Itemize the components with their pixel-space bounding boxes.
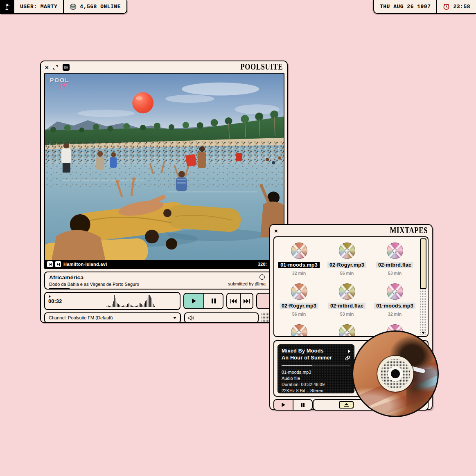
- mixtape-item[interactable]: [275, 319, 323, 337]
- mixtape-kind: Audio file: [282, 375, 350, 382]
- mixtape-item[interactable]: 02-Rogyr.mp356 min: [323, 237, 371, 278]
- pool-tv-watermark-line2: TV: [59, 82, 70, 90]
- previous-video-button[interactable]: [47, 261, 53, 267]
- cd-icon: [291, 324, 307, 337]
- waveform-bar: [139, 304, 139, 307]
- track-progress-track: [49, 288, 280, 289]
- pool-tv-watermark: POOL TV: [50, 77, 70, 89]
- mixtape-duration-label: 53 min: [388, 271, 402, 276]
- waveform-bar: [127, 304, 128, 307]
- mixtape-item[interactable]: 02-mtbrd.flac53 min: [323, 278, 371, 319]
- next-track-button[interactable]: [240, 294, 253, 308]
- mixtape-filename[interactable]: 01-moods.mp3: [278, 262, 320, 268]
- waveform-bar: [142, 305, 142, 307]
- waveform-bar: [130, 304, 130, 307]
- pause-button[interactable]: [203, 294, 223, 308]
- waveform-bar: [117, 303, 118, 307]
- waveform-bar: [124, 306, 124, 307]
- waveform-bar: [154, 306, 155, 307]
- previous-track-button[interactable]: [227, 294, 240, 308]
- speaker-icon: [188, 315, 194, 321]
- waveform-bar: [125, 306, 125, 307]
- mixtape-filename[interactable]: 02-Rogyr.mp3: [327, 262, 366, 268]
- submitted-by-label: submitted by @ma: [228, 281, 266, 286]
- mixtape-item[interactable]: [323, 319, 371, 337]
- waveform-bar: [152, 300, 152, 307]
- mixtape-filename[interactable]: 02-Rogyr.mp3: [280, 303, 318, 309]
- mixtape-item[interactable]: 01-moods.mp332 min: [275, 237, 323, 278]
- eject-button[interactable]: [339, 401, 354, 409]
- refresh-icon[interactable]: [259, 274, 265, 280]
- waveform-bar: [122, 306, 123, 307]
- mixtape-cd-artwork[interactable]: [352, 330, 439, 417]
- time-label: 23:58: [453, 4, 470, 10]
- waveform-bar: [131, 305, 132, 307]
- play-button[interactable]: [184, 294, 203, 308]
- elapsed-time-panel: 00:32: [44, 292, 180, 310]
- waveform-bar: [113, 301, 114, 307]
- waveform-bar: [141, 304, 142, 307]
- app-logo-button[interactable]: [0, 0, 14, 13]
- waveform-bar: [121, 306, 121, 307]
- mixtape-item[interactable]: 02-mtbrd.flac53 min: [371, 237, 419, 278]
- player-titlebar: × POOLSUITE: [41, 61, 287, 73]
- channel-select[interactable]: Channel: Poolsuite FM (Default): [44, 312, 181, 323]
- waveform-bar: [106, 306, 106, 307]
- track-progress-bar: [49, 288, 70, 289]
- mixtape-filename[interactable]: 01-moods.mp3: [374, 303, 415, 309]
- mixtape-filename[interactable]: 02-mtbrd.flac: [376, 262, 413, 268]
- waveform-bar: [137, 305, 138, 307]
- close-icon[interactable]: ×: [274, 228, 278, 234]
- volume-control[interactable]: [184, 312, 259, 323]
- cd-hub: [377, 356, 413, 392]
- waveform-bar: [149, 295, 149, 307]
- waveform-bar: [114, 295, 115, 307]
- waveform-bar: [147, 298, 147, 307]
- link-icon[interactable]: [345, 355, 350, 361]
- waveform-bar: [110, 306, 111, 307]
- mixtape-filename[interactable]: 02-mtbrd.flac: [328, 303, 365, 309]
- scrollbar-thumb[interactable]: [420, 238, 426, 289]
- video-player[interactable]: POOL TV Hamilton-Island.avi 320:: [44, 73, 284, 269]
- waveform-bar: [134, 305, 134, 307]
- track-info-panel: Africamérica Dodo da Bahia e as Virgens …: [44, 272, 284, 290]
- waveform-bar: [122, 306, 122, 307]
- cd-hub-ring: [388, 366, 403, 381]
- mixtape-play-button[interactable]: [274, 400, 293, 410]
- waveform-bar: [120, 305, 120, 307]
- mixtape-file: 01-moods.mp3: [282, 369, 350, 375]
- tv-mode-icon[interactable]: [62, 63, 70, 71]
- mix-title: Mixed By Moods: [282, 348, 324, 355]
- waveform-bar: [135, 306, 135, 307]
- mixtape-duration-label: 56 min: [292, 312, 306, 317]
- player-window-title: POOLSUITE: [240, 62, 283, 72]
- transport-controls: [183, 292, 277, 310]
- player-window: × POOLSUITE: [40, 61, 288, 323]
- video-filename: Hamilton-Island.avi: [63, 262, 107, 267]
- mixtape-item[interactable]: 02-Rogyr.mp356 min: [275, 278, 323, 319]
- caret-right-icon[interactable]: [348, 350, 350, 353]
- mixtape-transport: [273, 399, 313, 411]
- mixtape-duration-label: 53 min: [340, 312, 354, 317]
- waveform-bar: [150, 296, 151, 307]
- scrollbar[interactable]: [420, 238, 426, 335]
- waveform-bar: [108, 306, 108, 307]
- mixtape-item[interactable]: 01-moods.mp332 min: [371, 278, 419, 319]
- topbar-left: USER: MARTY 4,568 ONLINE: [0, 0, 127, 14]
- online-badge: 4,568 ONLINE: [63, 0, 126, 13]
- waveform-bar: [115, 298, 115, 307]
- waveform-bar: [126, 306, 127, 307]
- close-icon[interactable]: ×: [45, 64, 49, 70]
- waveform-visualizer: [106, 295, 176, 307]
- next-video-button[interactable]: [55, 261, 61, 267]
- waveform-bar: [146, 300, 147, 307]
- waveform-bar: [151, 298, 151, 307]
- minimize-icon[interactable]: [53, 65, 58, 70]
- mixtapes-window-title: MIXTAPES: [390, 226, 428, 236]
- mixtape-pause-button[interactable]: [293, 400, 312, 410]
- cd-icon: [291, 242, 307, 259]
- cd-icon: [387, 283, 403, 300]
- scroll-down-icon[interactable]: [422, 332, 425, 334]
- waveform-bar: [133, 306, 133, 307]
- waveform-bar: [144, 305, 144, 307]
